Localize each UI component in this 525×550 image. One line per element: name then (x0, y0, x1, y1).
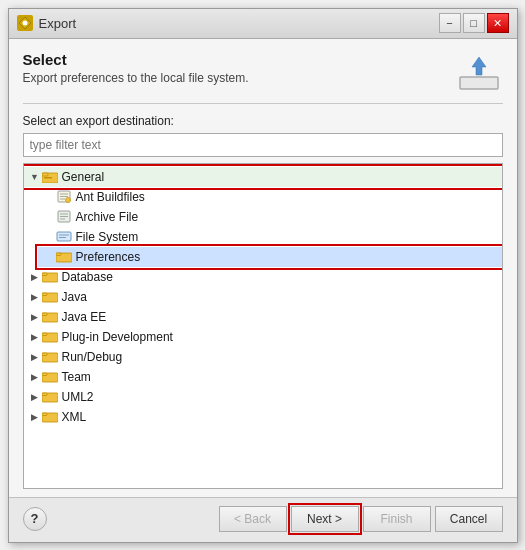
svg-rect-7 (44, 177, 52, 179)
tree-item-ant-buildfiles[interactable]: Ant Buildfiles (38, 187, 502, 207)
folder-icon-preferences (56, 250, 72, 264)
minimize-button[interactable]: − (439, 13, 461, 33)
folder-icon-team (42, 370, 58, 384)
svg-rect-27 (42, 313, 47, 316)
expand-arrow-fs (42, 230, 56, 244)
svg-rect-29 (42, 333, 47, 336)
tree-item-preferences-label: Preferences (76, 250, 141, 264)
svg-rect-6 (42, 173, 48, 176)
tree-item-xml-label: XML (62, 410, 87, 424)
page-header: Select Export preferences to the local f… (23, 51, 503, 93)
folder-icon-java (42, 290, 58, 304)
tree-item-java[interactable]: ▶ Java (24, 287, 502, 307)
svg-rect-37 (42, 413, 47, 416)
app-icon (17, 15, 33, 31)
tree-item-file-system[interactable]: File System (38, 227, 502, 247)
expand-arrow-run: ▶ (28, 350, 42, 364)
folder-icon-xml (42, 410, 58, 424)
expand-arrow-uml2: ▶ (28, 390, 42, 404)
title-bar-left: Export (17, 15, 77, 31)
tree-item-xml[interactable]: ▶ XML (24, 407, 502, 427)
export-icon (455, 53, 503, 93)
bottom-bar: ? < Back Next > Finish Cancel (9, 497, 517, 542)
cancel-button[interactable]: Cancel (435, 506, 503, 532)
file-icon-ant (56, 190, 72, 204)
export-dialog: Export − □ ✕ Select Export preferences t… (8, 8, 518, 543)
back-button[interactable]: < Back (219, 506, 287, 532)
svg-rect-2 (460, 77, 498, 89)
expand-arrow-java: ▶ (28, 290, 42, 304)
tree-item-fs-label: File System (76, 230, 139, 244)
separator (23, 103, 503, 104)
file-icon-archive (56, 210, 72, 224)
tree-item-java-label: Java (62, 290, 87, 304)
svg-rect-31 (42, 353, 47, 356)
tree-item-general-label: General (62, 170, 105, 184)
tree-item-team-label: Team (62, 370, 91, 384)
svg-rect-35 (42, 393, 47, 396)
svg-point-1 (22, 21, 27, 26)
tree-item-database-label: Database (62, 270, 113, 284)
finish-button[interactable]: Finish (363, 506, 431, 532)
svg-rect-25 (42, 293, 47, 296)
expand-arrow-archive (42, 210, 56, 224)
svg-rect-33 (42, 373, 47, 376)
svg-rect-17 (57, 232, 71, 241)
expand-arrow-team: ▶ (28, 370, 42, 384)
tree-item-ant-label: Ant Buildfiles (76, 190, 145, 204)
nav-buttons: < Back Next > Finish Cancel (219, 506, 503, 532)
tree-item-archive-file[interactable]: Archive File (38, 207, 502, 227)
folder-icon-database (42, 270, 58, 284)
folder-icon-plugin (42, 330, 58, 344)
tree-item-javaee-label: Java EE (62, 310, 107, 324)
help-button[interactable]: ? (23, 507, 47, 531)
page-header-left: Select Export preferences to the local f… (23, 51, 249, 85)
tree-item-javaee[interactable]: ▶ Java EE (24, 307, 502, 327)
page-title: Select (23, 51, 249, 68)
folder-icon-uml2 (42, 390, 58, 404)
svg-point-12 (65, 198, 70, 203)
expand-arrow-prefs (42, 250, 56, 264)
expand-arrow-ant (42, 190, 56, 204)
expand-arrow-general: ▼ (28, 170, 42, 184)
folder-icon-run (42, 350, 58, 364)
folder-icon-javaee (42, 310, 58, 324)
expand-arrow-xml: ▶ (28, 410, 42, 424)
file-icon-fs (56, 230, 72, 244)
content-area: Select Export preferences to the local f… (9, 39, 517, 497)
tree-item-run-debug[interactable]: ▶ Run/Debug (24, 347, 502, 367)
tree-item-preferences[interactable]: Preferences (38, 247, 502, 267)
tree-item-database[interactable]: ▶ Database (24, 267, 502, 287)
tree-item-plugin-label: Plug-in Development (62, 330, 173, 344)
filter-input[interactable] (23, 133, 503, 157)
svg-rect-23 (42, 273, 47, 276)
svg-rect-21 (56, 253, 61, 256)
expand-arrow-database: ▶ (28, 270, 42, 284)
folder-icon-general (42, 170, 58, 184)
svg-marker-3 (472, 57, 486, 75)
dest-label: Select an export destination: (23, 114, 503, 128)
close-button[interactable]: ✕ (487, 13, 509, 33)
title-bar: Export − □ ✕ (9, 9, 517, 39)
tree-item-plugin-dev[interactable]: ▶ Plug-in Development (24, 327, 502, 347)
tree-item-general[interactable]: ▼ General (24, 167, 502, 187)
tree-item-archive-label: Archive File (76, 210, 139, 224)
tree-item-run-label: Run/Debug (62, 350, 123, 364)
tree-item-uml2[interactable]: ▶ UML2 (24, 387, 502, 407)
expand-arrow-plugin: ▶ (28, 330, 42, 344)
page-subtitle: Export preferences to the local file sys… (23, 71, 249, 85)
expand-arrow-javaee: ▶ (28, 310, 42, 324)
restore-button[interactable]: □ (463, 13, 485, 33)
next-button[interactable]: Next > (291, 506, 359, 532)
window-title: Export (39, 16, 77, 31)
tree-item-team[interactable]: ▶ Team (24, 367, 502, 387)
title-bar-buttons: − □ ✕ (439, 13, 509, 33)
tree-item-uml2-label: UML2 (62, 390, 94, 404)
tree-container[interactable]: ▼ General (23, 163, 503, 489)
